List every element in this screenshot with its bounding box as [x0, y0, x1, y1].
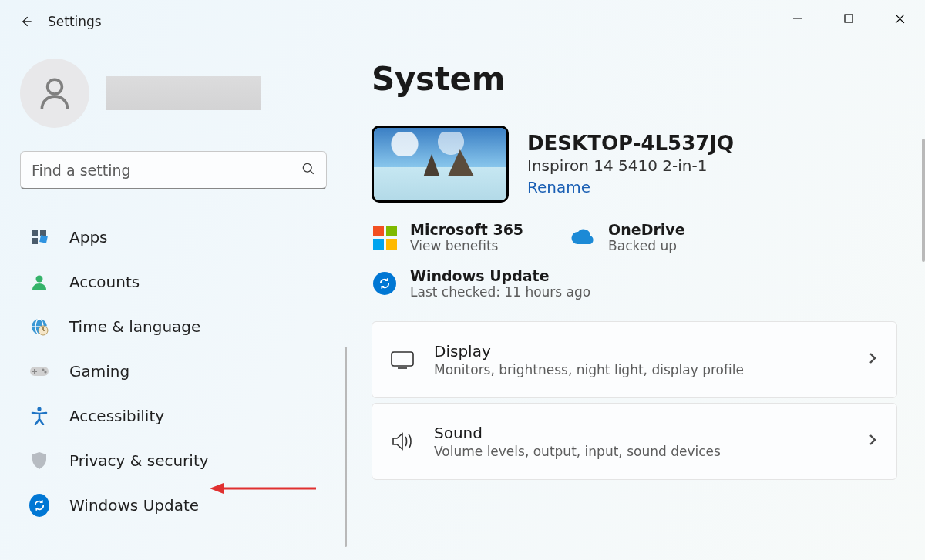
svg-rect-10 — [39, 235, 48, 243]
sidebar-item-label: Gaming — [69, 362, 130, 381]
sidebar-item-label: Accounts — [69, 273, 140, 291]
status-title: OneDrive — [608, 221, 685, 238]
page-title: System — [372, 60, 897, 98]
maximize-button[interactable] — [823, 0, 874, 37]
svg-point-20 — [44, 371, 46, 373]
search-icon — [301, 161, 316, 179]
microsoft-logo-icon — [372, 224, 398, 250]
svg-rect-7 — [32, 230, 38, 236]
svg-point-19 — [42, 368, 44, 371]
display-icon — [389, 347, 415, 373]
sidebar-item-label: Windows Update — [69, 496, 199, 515]
svg-point-5 — [303, 163, 311, 172]
sidebar-item-label: Privacy & security — [69, 451, 209, 470]
setting-display[interactable]: Display Monitors, brightness, night ligh… — [372, 321, 897, 398]
status-microsoft-365[interactable]: Microsoft 365 View benefits — [372, 221, 523, 253]
status-title: Microsoft 365 — [410, 221, 523, 238]
sidebar-item-time-language[interactable]: Time & language — [20, 305, 336, 348]
time-language-icon — [29, 317, 49, 337]
close-button[interactable] — [874, 0, 925, 37]
setting-title: Display — [434, 342, 744, 360]
search-wrapper — [20, 151, 327, 189]
svg-rect-8 — [40, 230, 46, 236]
setting-sound[interactable]: Sound Volume levels, output, input, soun… — [372, 403, 897, 480]
gaming-icon — [29, 361, 49, 381]
settings-list: Display Monitors, brightness, night ligh… — [372, 321, 897, 480]
apps-icon — [29, 227, 49, 247]
status-subtitle: Last checked: 11 hours ago — [410, 284, 590, 300]
accessibility-icon — [29, 406, 49, 426]
sidebar-item-windows-update[interactable]: Windows Update — [20, 484, 336, 527]
rename-link[interactable]: Rename — [527, 178, 734, 196]
chevron-right-icon — [866, 433, 880, 450]
search-input[interactable] — [20, 151, 327, 189]
svg-rect-24 — [392, 352, 413, 366]
status-grid: Microsoft 365 View benefits OneDrive Bac… — [372, 221, 897, 300]
sidebar-item-apps[interactable]: Apps — [20, 216, 336, 259]
main-content: System DESKTOP-4L537JQ Inspiron 14 5410 … — [347, 43, 925, 560]
sidebar-item-accounts[interactable]: Accounts — [20, 260, 336, 303]
desktop-wallpaper-thumb — [372, 126, 509, 203]
svg-point-11 — [36, 276, 43, 283]
main-scrollbar[interactable] — [922, 139, 925, 262]
status-subtitle: Backed up — [608, 238, 685, 253]
profile-block[interactable] — [20, 59, 336, 128]
minimize-button[interactable] — [772, 0, 823, 37]
onedrive-icon — [570, 224, 596, 250]
window-controls — [772, 0, 925, 43]
accounts-icon — [29, 272, 49, 292]
sync-icon — [372, 270, 398, 297]
windows-update-icon — [29, 495, 49, 515]
device-name: DESKTOP-4L537JQ — [527, 132, 734, 155]
shield-icon — [29, 451, 49, 471]
svg-line-6 — [311, 171, 314, 174]
setting-description: Monitors, brightness, night light, displ… — [434, 362, 744, 377]
profile-name-redacted — [106, 76, 261, 110]
device-model: Inspiron 14 5410 2-in-1 — [527, 156, 734, 175]
svg-point-4 — [48, 79, 62, 94]
svg-rect-9 — [32, 238, 38, 244]
status-subtitle: View benefits — [410, 238, 523, 253]
setting-title: Sound — [434, 424, 721, 442]
avatar — [20, 59, 89, 128]
setting-description: Volume levels, output, input, sound devi… — [434, 444, 721, 459]
sidebar-item-label: Accessibility — [69, 407, 164, 425]
app-title: Settings — [48, 14, 102, 29]
back-button[interactable] — [9, 5, 43, 39]
sidebar-item-gaming[interactable]: Gaming — [20, 350, 336, 393]
status-title: Windows Update — [410, 267, 590, 284]
sidebar-item-privacy-security[interactable]: Privacy & security — [20, 439, 336, 482]
nav-list: Apps Accounts Time & language Gaming — [20, 216, 336, 527]
svg-point-23 — [37, 407, 41, 411]
status-onedrive[interactable]: OneDrive Backed up — [570, 221, 685, 253]
sidebar-item-accessibility[interactable]: Accessibility — [20, 394, 336, 438]
sidebar-item-label: Apps — [69, 228, 108, 246]
device-summary[interactable]: DESKTOP-4L537JQ Inspiron 14 5410 2-in-1 … — [372, 126, 897, 203]
status-windows-update[interactable]: Windows Update Last checked: 11 hours ag… — [372, 267, 897, 300]
titlebar: Settings — [0, 0, 925, 43]
chevron-right-icon — [866, 351, 880, 368]
svg-rect-1 — [845, 15, 853, 22]
sidebar-item-label: Time & language — [69, 317, 200, 336]
sound-icon — [389, 428, 415, 454]
sidebar: Apps Accounts Time & language Gaming — [0, 43, 347, 560]
